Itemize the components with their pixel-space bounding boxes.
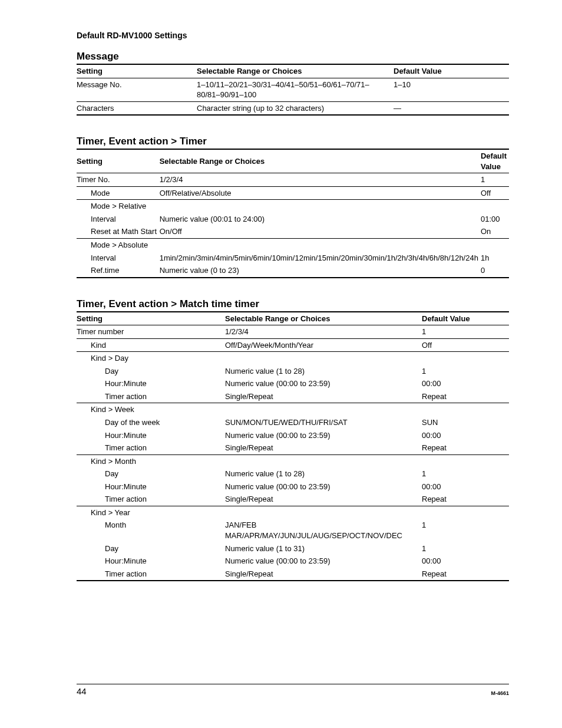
setting-name: Timer action bbox=[77, 442, 225, 454]
table-row: Interval1min/2min/3min/4min/5min/6min/10… bbox=[77, 252, 509, 265]
setting-name: Interval bbox=[77, 213, 160, 226]
table-row: ModeOff/Relative/AbsoluteOff bbox=[77, 186, 509, 200]
setting-choices: Off/Day/Week/Month/Year bbox=[225, 338, 422, 352]
table-row: IntervalNumeric value (00:01 to 24:00)01… bbox=[77, 213, 509, 226]
setting-default: 1 bbox=[422, 467, 509, 480]
setting-choices bbox=[160, 200, 481, 213]
setting-choices: Single/Repeat bbox=[225, 442, 422, 454]
setting-choices: Numeric value (00:00 to 23:59) bbox=[225, 429, 422, 442]
setting-name: Timer No. bbox=[77, 173, 160, 187]
setting-name: Mode > Relative bbox=[77, 200, 160, 213]
setting-default: 0 bbox=[481, 264, 509, 278]
setting-choices: JAN/FEB MAR/APR/MAY/JUN/JUL/AUG/SEP/OCT/… bbox=[225, 519, 422, 542]
page-number: 44 bbox=[77, 686, 87, 696]
table-row: KindOff/Day/Week/Month/YearOff bbox=[77, 338, 509, 352]
setting-default: 1h bbox=[481, 252, 509, 265]
setting-name: Kind > Year bbox=[77, 506, 225, 519]
setting-default bbox=[481, 200, 509, 213]
table-row: Timer actionSingle/RepeatRepeat bbox=[77, 493, 509, 506]
table-row: DayNumeric value (1 to 31)1 bbox=[77, 542, 509, 555]
setting-default: Repeat bbox=[422, 568, 509, 581]
column-header: Setting bbox=[77, 64, 197, 78]
page-header: Default RD-MV1000 Settings bbox=[77, 31, 509, 40]
setting-name: Month bbox=[77, 519, 225, 542]
setting-name: Kind > Day bbox=[77, 352, 225, 365]
column-header: Setting bbox=[77, 149, 160, 173]
setting-choices: Numeric value (00:00 to 23:59) bbox=[225, 555, 422, 568]
setting-choices: 1/2/3/4 bbox=[225, 325, 422, 339]
setting-default bbox=[422, 403, 509, 416]
setting-name: Mode bbox=[77, 186, 160, 200]
table-row: Timer number1/2/3/41 bbox=[77, 325, 509, 339]
setting-name: Hour:Minute bbox=[77, 555, 225, 568]
table-row: Ref.timeNumeric value (0 to 23)0 bbox=[77, 264, 509, 278]
setting-choices bbox=[160, 239, 481, 252]
setting-choices: Single/Repeat bbox=[225, 390, 422, 403]
setting-choices: Off/Relative/Absolute bbox=[160, 186, 481, 200]
setting-default: Off bbox=[422, 338, 509, 352]
settings-table: SettingSelectable Range or ChoicesDefaul… bbox=[77, 149, 509, 278]
setting-name: Day bbox=[77, 365, 225, 378]
setting-name: Hour:Minute bbox=[77, 377, 225, 390]
setting-default: 00:00 bbox=[422, 480, 509, 493]
setting-name: Day bbox=[77, 467, 225, 480]
setting-name: Kind > Month bbox=[77, 454, 225, 467]
setting-default: Repeat bbox=[422, 442, 509, 454]
setting-name: Day of the week bbox=[77, 416, 225, 429]
table-row: Timer actionSingle/RepeatRepeat bbox=[77, 568, 509, 581]
setting-name: Mode > Absolute bbox=[77, 239, 160, 252]
setting-name: Ref.time bbox=[77, 264, 160, 278]
table-row: Message No.1–10/11–20/21–30/31–40/41–50/… bbox=[77, 78, 509, 101]
setting-default: — bbox=[394, 101, 509, 115]
setting-default: 1 bbox=[422, 325, 509, 339]
setting-choices: Numeric value (1 to 31) bbox=[225, 542, 422, 555]
setting-choices: Single/Repeat bbox=[225, 568, 422, 581]
table-row: Hour:MinuteNumeric value (00:00 to 23:59… bbox=[77, 480, 509, 493]
setting-name: Interval bbox=[77, 252, 160, 265]
setting-choices: 1min/2min/3min/4min/5min/6min/10min/12mi… bbox=[160, 252, 481, 265]
settings-table: SettingSelectable Range or ChoicesDefaul… bbox=[77, 64, 509, 116]
table-row: Kind > Year bbox=[77, 506, 509, 519]
setting-choices: 1/2/3/4 bbox=[160, 173, 481, 187]
setting-choices bbox=[225, 403, 422, 416]
table-row: Kind > Week bbox=[77, 403, 509, 416]
setting-default bbox=[481, 239, 509, 252]
setting-name: Reset at Math Start bbox=[77, 225, 160, 238]
table-row: Reset at Math StartOn/OffOn bbox=[77, 225, 509, 238]
column-header: Selectable Range or Choices bbox=[197, 64, 394, 78]
column-header: Default Value bbox=[394, 64, 509, 78]
setting-choices: Numeric value (1 to 28) bbox=[225, 365, 422, 378]
setting-name: Timer action bbox=[77, 390, 225, 403]
settings-table: SettingSelectable Range or ChoicesDefaul… bbox=[77, 311, 509, 581]
column-header: Selectable Range or Choices bbox=[160, 149, 481, 173]
setting-default bbox=[422, 454, 509, 467]
setting-choices: Single/Repeat bbox=[225, 493, 422, 506]
table-row: Hour:MinuteNumeric value (00:00 to 23:59… bbox=[77, 555, 509, 568]
settings-section: Timer, Event action > Match time timerSe… bbox=[77, 298, 509, 581]
setting-choices: Numeric value (00:00 to 23:59) bbox=[225, 377, 422, 390]
table-row: Timer actionSingle/RepeatRepeat bbox=[77, 390, 509, 403]
table-row: Kind > Month bbox=[77, 454, 509, 467]
table-row: Kind > Day bbox=[77, 352, 509, 365]
table-row: Hour:MinuteNumeric value (00:00 to 23:59… bbox=[77, 429, 509, 442]
doc-id: M-4661 bbox=[491, 690, 509, 696]
setting-default bbox=[422, 506, 509, 519]
column-header: Default Value bbox=[481, 149, 509, 173]
setting-choices: Numeric value (00:01 to 24:00) bbox=[160, 213, 481, 226]
table-row: CharactersCharacter string (up to 32 cha… bbox=[77, 101, 509, 115]
setting-default: On bbox=[481, 225, 509, 238]
setting-default: 00:00 bbox=[422, 555, 509, 568]
setting-default: 1 bbox=[422, 365, 509, 378]
table-row: DayNumeric value (1 to 28)1 bbox=[77, 467, 509, 480]
setting-choices: Character string (up to 32 characters) bbox=[197, 101, 394, 115]
setting-choices: Numeric value (0 to 23) bbox=[160, 264, 481, 278]
setting-choices bbox=[225, 454, 422, 467]
page-footer: 44 M-4661 bbox=[77, 684, 509, 696]
setting-default bbox=[422, 352, 509, 365]
setting-name: Kind bbox=[77, 338, 225, 352]
table-row: Day of the weekSUN/MON/TUE/WED/THU/FRI/S… bbox=[77, 416, 509, 429]
setting-choices: SUN/MON/TUE/WED/THU/FRI/SAT bbox=[225, 416, 422, 429]
setting-choices: 1–10/11–20/21–30/31–40/41–50/51–60/61–70… bbox=[197, 78, 394, 101]
settings-section: MessageSettingSelectable Range or Choice… bbox=[77, 51, 509, 116]
section-title: Timer, Event action > Timer bbox=[77, 136, 509, 147]
